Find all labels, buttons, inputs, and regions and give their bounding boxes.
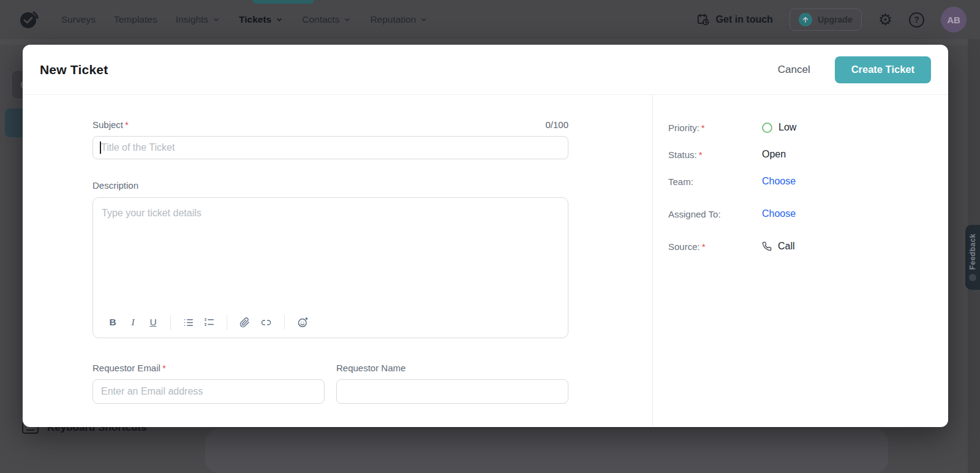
upgrade-button[interactable]: Upgrade <box>790 9 862 31</box>
subject-label: Subject* <box>92 119 129 130</box>
nav-item-templates[interactable]: Templates <box>114 14 157 25</box>
requestor-name-label: Requestor Name <box>336 363 568 373</box>
nav-item-insights[interactable]: Insights <box>176 14 221 25</box>
subject-char-counter: 0/100 <box>545 119 568 130</box>
nav-item-label: Surveys <box>61 14 96 25</box>
required-asterisk: * <box>702 241 706 252</box>
create-ticket-button[interactable]: Create Ticket <box>835 56 931 83</box>
priority-row: Priority:* Low <box>668 122 948 133</box>
assigned-to-choose-link[interactable]: Choose <box>762 208 796 219</box>
description-label: Description <box>92 180 568 191</box>
toolbar-separator <box>170 315 171 330</box>
background-content-card <box>205 429 888 473</box>
toolbar-separator <box>227 315 227 330</box>
arrow-up-icon <box>799 13 812 26</box>
nav-item-label: Tickets <box>239 14 271 25</box>
nav-item-label: Templates <box>114 14 157 25</box>
nav-item-tickets[interactable]: Tickets <box>239 14 284 25</box>
smiley-icon <box>969 274 976 281</box>
chevron-down-icon <box>420 15 428 24</box>
get-in-touch-label: Get in touch <box>716 14 773 25</box>
team-row: Team: Choose <box>668 176 948 187</box>
assigned-to-label: Assigned To: <box>668 209 762 219</box>
source-label: Source:* <box>668 241 762 252</box>
nav-item-reputation[interactable]: Reputation <box>370 14 428 25</box>
modal-actions: Cancel Create Ticket <box>774 56 931 83</box>
subject-input[interactable] <box>92 136 568 159</box>
requestor-name-input[interactable] <box>336 379 568 404</box>
chevron-down-icon <box>343 15 352 24</box>
nav-item-contacts[interactable]: Contacts <box>302 14 352 25</box>
app-screen: Surveys Templates Insights Tickets Conta… <box>0 0 980 473</box>
chevron-down-icon <box>212 15 221 24</box>
assigned-to-row: Assigned To: Choose <box>668 208 948 219</box>
text-caret <box>100 142 101 154</box>
nav-item-label: Insights <box>176 14 208 25</box>
required-asterisk: * <box>162 363 166 373</box>
nav-right-cluster: Get in touch Upgrade ⚙ ? AB <box>696 0 967 39</box>
requestor-email-input[interactable] <box>92 379 325 404</box>
description-editor[interactable]: Type your ticket details B I U <box>92 197 568 338</box>
nav-menu: Surveys Templates Insights Tickets Conta… <box>61 0 428 39</box>
status-value[interactable]: Open <box>762 149 786 160</box>
modal-header: New Ticket Cancel Create Ticket <box>23 45 948 95</box>
nav-item-surveys[interactable]: Surveys <box>61 14 96 25</box>
feedback-tab-label: Feedback <box>968 233 977 270</box>
get-in-touch-button[interactable]: Get in touch <box>696 13 773 26</box>
ticket-details-pane: Priority:* Low Status:* Open <box>652 95 948 426</box>
upgrade-label: Upgrade <box>818 15 853 25</box>
settings-gear-icon[interactable]: ⚙ <box>878 12 892 28</box>
avatar-initials: AB <box>947 15 960 25</box>
priority-label: Priority:* <box>668 123 762 133</box>
source-row: Source:* Call <box>668 241 948 252</box>
team-label: Team: <box>668 176 762 187</box>
help-icon[interactable]: ? <box>909 12 924 28</box>
required-asterisk: * <box>125 119 129 130</box>
calendar-clock-icon <box>696 13 710 26</box>
brand-logo-icon[interactable] <box>17 8 40 31</box>
underline-button[interactable]: U <box>148 316 158 328</box>
description-placeholder: Type your ticket details <box>93 198 568 229</box>
phone-icon <box>762 241 772 251</box>
status-row: Status:* Open <box>668 149 948 160</box>
chevron-down-icon <box>275 15 284 24</box>
nav-item-label: Reputation <box>370 14 416 25</box>
link-button[interactable] <box>260 316 272 328</box>
required-asterisk: * <box>701 123 705 133</box>
required-asterisk: * <box>699 149 703 160</box>
modal-title: New Ticket <box>40 62 108 77</box>
emoji-button[interactable] <box>297 316 309 328</box>
priority-value[interactable]: Low <box>762 122 796 133</box>
editor-toolbar: B I U <box>108 315 309 330</box>
nav-item-label: Contacts <box>302 14 339 25</box>
cancel-button[interactable]: Cancel <box>774 63 814 77</box>
feedback-widget-tab[interactable]: Feedback <box>965 225 980 290</box>
bullet-list-button[interactable] <box>183 316 194 328</box>
attachment-button[interactable] <box>239 316 250 328</box>
priority-low-icon <box>762 123 772 133</box>
source-value[interactable]: Call <box>762 241 795 252</box>
ordered-list-button[interactable] <box>204 316 214 328</box>
avatar[interactable]: AB <box>941 7 967 32</box>
requestor-email-label: Requestor Email* <box>92 363 325 373</box>
new-ticket-modal: New Ticket Cancel Create Ticket Subject*… <box>23 45 948 427</box>
italic-button[interactable]: I <box>128 316 138 328</box>
toolbar-separator <box>284 315 285 330</box>
bold-button[interactable]: B <box>108 316 118 328</box>
status-label: Status:* <box>668 149 762 160</box>
team-choose-link[interactable]: Choose <box>762 176 796 187</box>
nav-divider <box>0 39 980 45</box>
ticket-form-pane: Subject* 0/100 Description Type your tic… <box>23 95 652 426</box>
top-nav: Surveys Templates Insights Tickets Conta… <box>0 0 980 39</box>
